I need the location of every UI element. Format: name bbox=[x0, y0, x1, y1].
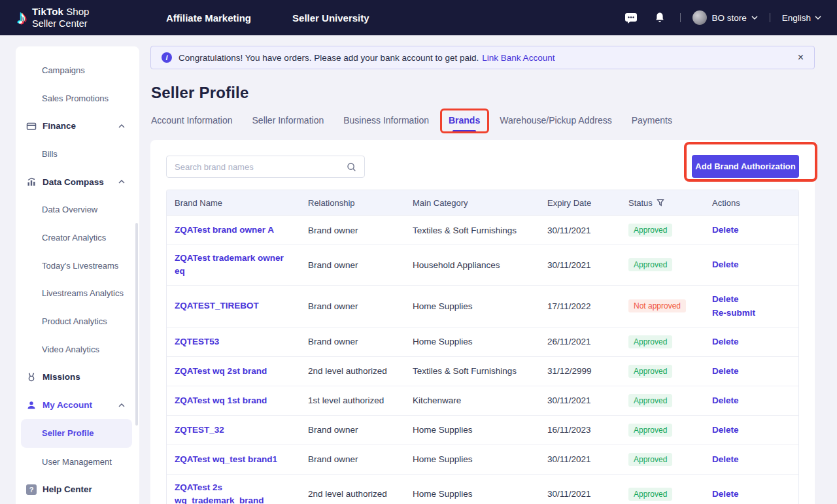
delete-link[interactable]: Delete bbox=[712, 223, 739, 237]
status-badge: Approved bbox=[628, 488, 672, 501]
tab-label: Seller Information bbox=[252, 115, 324, 126]
language-selector[interactable]: English bbox=[782, 13, 821, 23]
sidebar-item-seller-profile[interactable]: Seller Profile bbox=[21, 419, 132, 448]
sidebar-item-campaigns[interactable]: Campaigns bbox=[16, 56, 139, 84]
nav-affiliate-marketing[interactable]: Affiliate Marketing bbox=[166, 12, 251, 24]
sidebar-item-label: Livestreams Analytics bbox=[42, 288, 124, 298]
category-cell: Textiles & Soft Furnishings bbox=[405, 219, 539, 242]
brand-link[interactable]: ZQATest wq_test brand1 bbox=[175, 453, 277, 466]
status-badge: Approved bbox=[628, 224, 672, 237]
delete-link[interactable]: Delete bbox=[712, 423, 739, 437]
sidebar-item-label: Creator Analytics bbox=[42, 233, 106, 243]
delete-link[interactable]: Delete bbox=[712, 487, 739, 501]
close-icon[interactable]: × bbox=[798, 52, 804, 63]
sidebar-item-finance[interactable]: Finance bbox=[16, 112, 139, 140]
relationship-cell: Brand owner bbox=[300, 448, 405, 471]
sidebar-item-bills[interactable]: Bills bbox=[16, 140, 139, 168]
column-actions: Actions bbox=[704, 198, 798, 208]
expiry-cell: 30/11/2021 bbox=[539, 482, 621, 504]
tab-label: Business Information bbox=[343, 115, 429, 126]
store-selector[interactable]: BO store bbox=[692, 10, 757, 25]
brand-link[interactable]: ZQATest wq 2st brand bbox=[175, 365, 267, 378]
sidebar-item-my-account[interactable]: My Account bbox=[16, 391, 139, 419]
tab-label: Brands bbox=[449, 115, 480, 126]
delete-link[interactable]: Delete bbox=[712, 452, 739, 467]
tab-account-information[interactable]: Account Information bbox=[151, 115, 233, 133]
tab-business-information[interactable]: Business Information bbox=[343, 115, 429, 133]
sidebar-item-label: Help Center bbox=[43, 484, 92, 494]
sidebar-item-product-analytics[interactable]: Product Analytics bbox=[16, 307, 139, 335]
brand-link[interactable]: ZQATest trademark owner eq bbox=[175, 252, 295, 278]
user-icon bbox=[26, 400, 37, 411]
delete-link[interactable]: Delete bbox=[712, 335, 739, 349]
table-row: ZQTEST_32 Brand owner Home Supplies 16/1… bbox=[167, 415, 798, 445]
column-brand-name: Brand Name bbox=[167, 198, 300, 208]
sidebar-item-label: Video Analytics bbox=[42, 344, 99, 354]
tab-payments[interactable]: Payments bbox=[632, 115, 672, 133]
sidebar-item-todays-livestreams[interactable]: Today's Livestreams bbox=[16, 252, 139, 280]
tiktok-note-icon: ♪ bbox=[17, 8, 27, 27]
sidebar-item-help-center[interactable]: ? Help Center bbox=[16, 476, 139, 504]
sidebar-item-video-analytics[interactable]: Video Analytics bbox=[16, 335, 139, 363]
chevron-down-icon bbox=[751, 16, 758, 20]
delete-link[interactable]: Delete bbox=[712, 394, 739, 408]
brand-link[interactable]: ZQATest 2s wq_trademark_brand bbox=[175, 481, 295, 504]
sidebar-item-label: Finance bbox=[43, 121, 76, 131]
expiry-cell: 16/11/2023 bbox=[539, 418, 621, 441]
expiry-cell: 30/11/2021 bbox=[539, 389, 621, 412]
sidebar-item-livestreams-analytics[interactable]: Livestreams Analytics bbox=[16, 280, 139, 308]
status-badge: Approved bbox=[628, 365, 672, 378]
delete-link[interactable]: Delete bbox=[712, 258, 739, 272]
tab-seller-information[interactable]: Seller Information bbox=[252, 115, 324, 133]
delete-link[interactable]: Delete bbox=[712, 364, 739, 378]
relationship-cell: Brand owner bbox=[300, 330, 405, 353]
medal-icon bbox=[26, 372, 37, 382]
search-icon[interactable] bbox=[347, 162, 356, 172]
delete-link[interactable]: Delete bbox=[712, 292, 739, 307]
add-brand-authorization-button[interactable]: Add Brand Authorization bbox=[692, 155, 799, 178]
search-input[interactable] bbox=[175, 162, 347, 172]
sidebar-item-data-overview[interactable]: Data Overview bbox=[16, 195, 139, 224]
relationship-cell: Brand owner bbox=[300, 219, 405, 242]
nav-seller-university[interactable]: Seller University bbox=[292, 12, 369, 24]
sidebar-scrollbar[interactable] bbox=[135, 223, 138, 426]
table-row: ZQATest wq 1st brand 1st level authorize… bbox=[167, 386, 798, 415]
status-badge: Approved bbox=[628, 453, 672, 466]
sidebar-item-label: Data Overview bbox=[42, 205, 97, 214]
sidebar-item-missions[interactable]: Missions bbox=[16, 363, 139, 392]
filter-funnel-icon[interactable] bbox=[657, 199, 664, 207]
category-cell: Textiles & Soft Furnishings bbox=[405, 360, 539, 382]
brand-link[interactable]: ZQTEST53 bbox=[175, 335, 219, 348]
tiktok-shop-logo[interactable]: ♪ TikTok Shop Seller Center bbox=[17, 0, 89, 35]
sidebar-item-user-management[interactable]: User Management bbox=[16, 448, 139, 476]
column-relationship: Relationship bbox=[300, 198, 405, 208]
resubmit-link[interactable]: Re-submit bbox=[712, 306, 755, 320]
sidebar-item-creator-analytics[interactable]: Creator Analytics bbox=[16, 224, 139, 252]
table-row: ZQATest wq 2st brand 2nd level authorize… bbox=[167, 356, 798, 386]
sidebar-item-label: Product Analytics bbox=[42, 316, 107, 326]
tab-label: Warehouse/Pickup Address bbox=[500, 115, 611, 126]
brand-link[interactable]: ZQATEST_TIREBOT bbox=[175, 299, 259, 312]
link-bank-account-link[interactable]: Link Bank Account bbox=[482, 53, 555, 63]
expiry-cell: 30/11/2021 bbox=[539, 219, 621, 242]
top-nav: Affiliate Marketing Seller University bbox=[166, 0, 369, 35]
brand-link[interactable]: ZQTEST_32 bbox=[175, 424, 224, 437]
add-brand-authorization-wrap: Add Brand Authorization bbox=[692, 155, 799, 178]
sidebar-item-sales-promotions[interactable]: Sales Promotions bbox=[16, 84, 139, 112]
expiry-cell: 30/11/2021 bbox=[539, 254, 621, 277]
language-label: English bbox=[782, 13, 811, 23]
sidebar-item-data-compass[interactable]: Data Compass bbox=[16, 168, 139, 196]
brand-link[interactable]: ZQATest wq 1st brand bbox=[175, 394, 267, 407]
notifications-bell-icon[interactable] bbox=[651, 9, 668, 26]
sidebar-item-label: Seller Profile bbox=[42, 428, 94, 438]
category-cell: Home Supplies bbox=[405, 448, 539, 471]
messages-icon[interactable] bbox=[623, 9, 640, 26]
tab-warehouse-pickup-address[interactable]: Warehouse/Pickup Address bbox=[500, 115, 611, 133]
brand-link[interactable]: ZQATest brand owner A bbox=[175, 224, 274, 237]
tab-brands[interactable]: Brands bbox=[449, 115, 480, 133]
chevron-up-icon bbox=[118, 180, 125, 184]
column-expiry-date: Expiry Date bbox=[539, 198, 621, 208]
column-status: Status bbox=[621, 198, 704, 208]
table-row: ZQATest wq_test brand1 Brand owner Home … bbox=[167, 445, 798, 474]
category-cell: Home Supplies bbox=[405, 295, 539, 318]
